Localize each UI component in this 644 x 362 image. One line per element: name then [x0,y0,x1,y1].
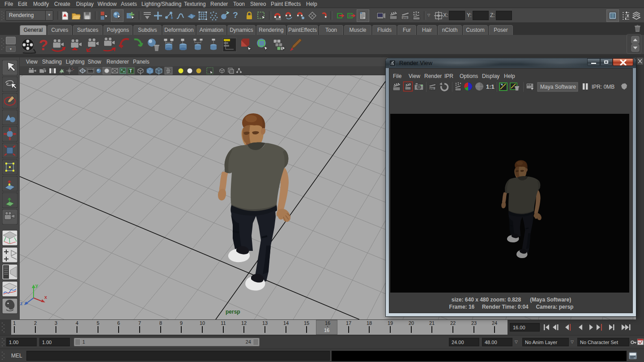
svg-text:8: 8 [159,320,162,326]
svg-text:21: 21 [429,320,435,326]
svg-text:1: 1 [13,320,16,326]
svg-text:14: 14 [283,320,289,326]
svg-text:20: 20 [409,320,414,326]
svg-text:3: 3 [55,320,57,326]
svg-text:24: 24 [492,320,497,326]
svg-text:z: z [20,301,23,306]
svg-text:4: 4 [76,320,78,326]
svg-text:9: 9 [180,320,183,326]
svg-text:6: 6 [117,320,120,326]
svg-text:17: 17 [346,320,351,326]
svg-text:Maya Software: Maya Software [540,84,576,90]
svg-text:2: 2 [34,320,37,326]
svg-text:y: y [35,283,38,288]
svg-text:T: T [129,69,132,73]
svg-text:7: 7 [138,320,141,326]
svg-text:19: 19 [388,320,393,326]
svg-text:22: 22 [450,320,456,326]
svg-text:12: 12 [241,320,247,326]
svg-text:IPR: IPR [430,87,434,90]
svg-text:5: 5 [97,320,99,326]
svg-text:13: 13 [262,320,268,326]
svg-text:10: 10 [200,320,205,326]
svg-text:16: 16 [325,320,330,326]
svg-text:23: 23 [471,320,477,326]
svg-text:x: x [44,294,47,300]
svg-text:18: 18 [367,320,372,326]
svg-text:1:1: 1:1 [486,83,495,90]
svg-text:IPR: 0MB: IPR: 0MB [592,84,614,90]
svg-text:IPR: IPR [403,17,408,19]
svg-text:15: 15 [304,320,309,326]
svg-text:persp: persp [226,309,240,315]
svg-text:11: 11 [221,320,226,326]
